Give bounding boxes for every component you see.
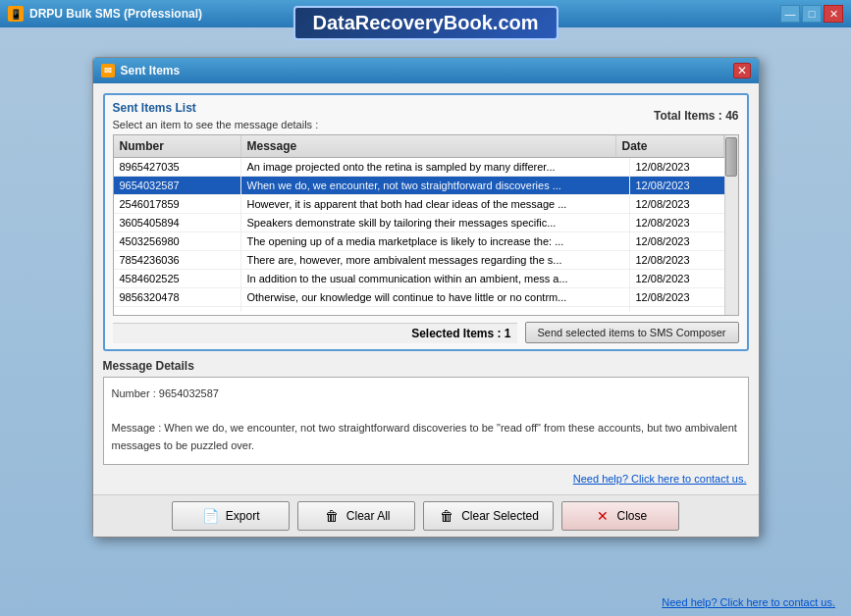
cell-number: 9856320478 <box>114 288 241 306</box>
table-row[interactable]: 9856320478 Otherwise, our knowledge will… <box>114 288 738 307</box>
cell-message: Speakers demonstrate skill by tailoring … <box>241 214 630 231</box>
app-area: ✉ Sent Items ✕ Sent Items List Select an… <box>0 27 851 616</box>
sent-items-table: Number Message Date 8965427035 An image … <box>113 134 739 316</box>
dialog-icon: ✉ <box>101 64 115 77</box>
selected-items-info: Selected Items : 1 <box>113 323 517 343</box>
dialog-body: Sent Items List Select an item to see th… <box>93 83 759 494</box>
watermark: DataRecoveryBook.com <box>293 6 558 40</box>
table-row[interactable]: 4584602525 In addition to the usual comm… <box>114 270 738 288</box>
cell-number: 8560216547 <box>114 307 241 312</box>
close-label: Close <box>617 509 648 523</box>
table-row[interactable]: 7854236036 There are, however, more ambi… <box>114 251 738 270</box>
dialog-titlebar: ✉ Sent Items ✕ <box>93 58 759 83</box>
cell-message: There are, however, more ambivalent mess… <box>241 251 630 269</box>
sent-items-dialog: ✉ Sent Items ✕ Sent Items List Select an… <box>92 57 760 538</box>
cell-date: 12/08/2023 <box>630 288 738 306</box>
cell-number: 4503256980 <box>114 232 241 250</box>
dialog-close-button[interactable]: ✕ <box>733 63 751 78</box>
scrollbar-thumb[interactable] <box>725 137 737 177</box>
cell-date: 12/08/2023 <box>630 158 738 176</box>
export-label: Export <box>226 509 260 523</box>
message-body: Message : When we do, we encounter, not … <box>112 420 740 454</box>
cell-number: 9654032587 <box>114 177 241 194</box>
clear-selected-icon: 🗑 <box>438 507 455 525</box>
message-details-label: Message Details <box>103 359 749 373</box>
maximize-button[interactable]: □ <box>802 5 822 23</box>
clear-selected-button[interactable]: 🗑 Clear Selected <box>423 501 554 531</box>
send-to-composer-button[interactable]: Send selected items to SMS Composer <box>525 322 739 343</box>
clear-all-icon: 🗑 <box>323 507 341 525</box>
modal-overlay: ✉ Sent Items ✕ Sent Items List Select an… <box>0 27 851 616</box>
minimize-button[interactable]: — <box>780 5 800 23</box>
cell-date: 12/08/2023 <box>630 214 738 231</box>
cell-date: 12/08/2023 <box>630 232 738 250</box>
selected-items-label: Selected Items : 1 <box>411 327 510 340</box>
cell-date: 12/08/2023 <box>630 307 738 312</box>
clear-selected-label: Clear Selected <box>461 509 539 523</box>
cell-number: 2546017859 <box>114 195 241 213</box>
bottom-help-link[interactable]: Need help? Click here to contact us. <box>662 596 835 608</box>
cell-date: 12/08/2023 <box>630 270 738 287</box>
cell-message: In addition to the usual communication w… <box>241 270 630 287</box>
message-details-box: Number : 9654032587 Message : When we do… <box>103 377 749 465</box>
message-details-section: Message Details Number : 9654032587 Mess… <box>103 359 749 465</box>
clear-all-label: Clear All <box>346 509 391 523</box>
app-title: DRPU Bulk SMS (Professional) <box>29 7 202 21</box>
cell-number: 7854236036 <box>114 251 241 269</box>
help-link[interactable]: Need help? Click here to contact us. <box>103 473 749 485</box>
table-row[interactable]: 8560216547 One has to be familiar with h… <box>114 307 738 312</box>
col-number: Number <box>114 135 241 157</box>
section-header-row: Sent Items List Select an item to see th… <box>113 101 739 130</box>
footer-buttons: 📄 Export 🗑 Clear All 🗑 Clear Selected ✕ … <box>93 494 759 537</box>
cell-date: 12/08/2023 <box>630 177 738 194</box>
table-row[interactable]: 4503256980 The opening up of a media mar… <box>114 232 738 251</box>
cell-message: The opening up of a media marketplace is… <box>241 232 630 250</box>
section-title: Sent Items List <box>113 101 319 115</box>
cell-message: One has to be familiar with how to send … <box>241 307 630 312</box>
cell-message: An image projected onto the retina is sa… <box>241 158 630 176</box>
main-close-button[interactable]: ✕ <box>824 5 843 23</box>
cell-message: Otherwise, our knowledge will continue t… <box>241 288 630 306</box>
cell-number: 8965427035 <box>114 158 241 176</box>
message-number: Number : 9654032587 <box>112 385 740 403</box>
close-icon: ✕ <box>594 507 612 525</box>
cell-date: 12/08/2023 <box>630 251 738 269</box>
app-icon: 📱 <box>8 6 24 22</box>
cell-date: 12/08/2023 <box>630 195 738 213</box>
table-body[interactable]: 8965427035 An image projected onto the r… <box>114 158 738 312</box>
section-subtitle: Select an item to see the message detail… <box>113 119 319 130</box>
titlebar-controls: — □ ✕ <box>780 5 843 23</box>
col-date: Date <box>616 135 724 157</box>
outer-window: 📱 DRPU Bulk SMS (Professional) — □ ✕ Dat… <box>0 0 851 616</box>
close-button[interactable]: ✕ Close <box>561 501 679 531</box>
dialog-title: Sent Items <box>121 64 181 77</box>
table-row[interactable]: 3605405894 Speakers demonstrate skill by… <box>114 214 738 232</box>
cell-number: 4584602525 <box>114 270 241 287</box>
section-header-left: Sent Items List Select an item to see th… <box>113 101 319 130</box>
cell-message: When we do, we encounter, not two straig… <box>241 177 630 194</box>
col-message: Message <box>241 135 616 157</box>
clear-all-button[interactable]: 🗑 Clear All <box>297 501 415 531</box>
table-row[interactable]: 9654032587 When we do, we encounter, not… <box>114 177 738 195</box>
table-scrollbar[interactable] <box>724 135 738 315</box>
export-icon: 📄 <box>202 507 220 525</box>
table-row[interactable]: 8965427035 An image projected onto the r… <box>114 158 738 177</box>
total-items-label: Total Items : 46 <box>654 109 738 123</box>
sent-items-section: Sent Items List Select an item to see th… <box>103 93 749 351</box>
export-button[interactable]: 📄 Export <box>172 501 290 531</box>
cell-message: However, it is apparent that both had cl… <box>241 195 630 213</box>
table-header: Number Message Date <box>114 135 738 158</box>
cell-number: 3605405894 <box>114 214 241 231</box>
table-row[interactable]: 2546017859 However, it is apparent that … <box>114 195 738 214</box>
